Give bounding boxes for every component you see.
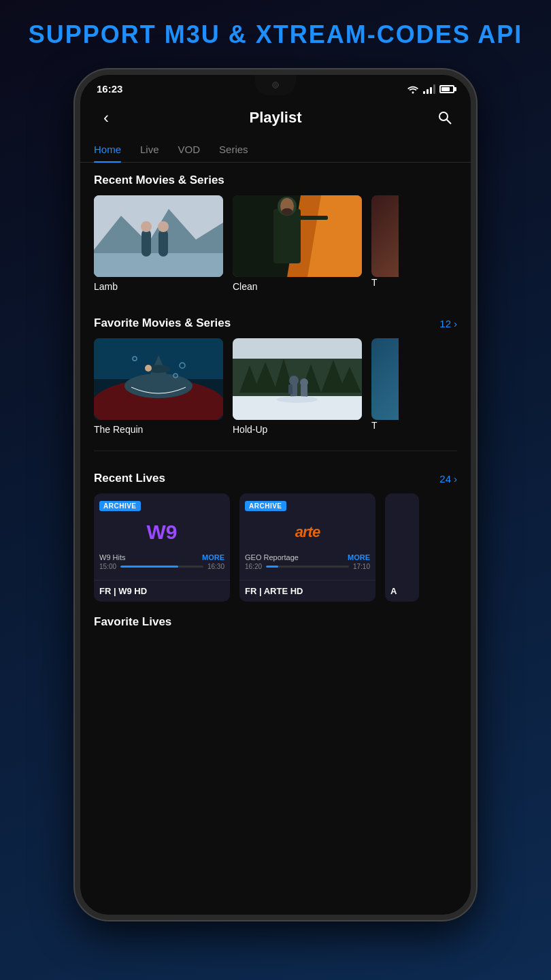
movie-card-partial2[interactable]: T xyxy=(371,338,399,435)
recent-lives-title: Recent Lives xyxy=(94,472,165,485)
movie-label-partial2: T xyxy=(371,420,399,431)
wifi-icon xyxy=(407,84,419,94)
app-header: ‹ Playlist xyxy=(80,100,471,138)
movie-card-clean[interactable]: Clean xyxy=(233,195,362,292)
w9-time-start: 15:00 xyxy=(99,563,116,570)
w9-logo: W9 xyxy=(147,521,178,544)
arte-logo: arte xyxy=(295,523,320,541)
tabs-row: Home Live VOD Series xyxy=(80,138,471,163)
arte-archive-badge: ARCHIVE xyxy=(245,501,286,511)
svg-point-0 xyxy=(439,112,448,120)
live-channels-row: ARCHIVE W9 W9 Hits MORE 15:00 xyxy=(94,493,457,604)
fav-count-number: 12 xyxy=(439,318,451,329)
battery-icon xyxy=(439,85,454,93)
movie-card-holdup[interactable]: Hold-Up xyxy=(233,338,362,435)
movie-label-lamb: Lamb xyxy=(94,281,223,292)
svg-point-39 xyxy=(300,378,308,387)
w9-logo-area: W9 xyxy=(99,515,224,549)
recent-movies-section: Recent Movies & Series xyxy=(80,163,471,295)
w9-more-label[interactable]: MORE xyxy=(202,553,224,561)
svg-rect-14 xyxy=(294,216,328,220)
arte-program-name: GEO Reportage xyxy=(245,553,299,561)
notch xyxy=(255,75,296,95)
svg-point-37 xyxy=(289,376,299,385)
fav-movies-row: The Requin xyxy=(94,338,457,438)
w9-channel-name: FR | W9 HD xyxy=(94,580,230,602)
movie-card-requin[interactable]: The Requin xyxy=(94,338,223,435)
movie-label-holdup: Hold-Up xyxy=(233,424,362,435)
w9-progress-bar xyxy=(120,566,203,568)
arte-progress-bar xyxy=(266,566,349,568)
fav-movies-title: Favorite Movies & Series xyxy=(94,316,231,330)
w9-program-name: W9 Hits xyxy=(99,553,126,561)
svg-rect-40 xyxy=(288,385,293,394)
lives-count-number: 24 xyxy=(439,473,451,485)
arte-time-end: 17:10 xyxy=(353,563,370,570)
arte-channel-name: FR | ARTE HD xyxy=(239,580,375,602)
svg-point-7 xyxy=(141,221,152,232)
w9-archive-badge: ARCHIVE xyxy=(99,501,141,511)
clean-thumbnail xyxy=(233,195,362,277)
favorite-lives-section: Favorite Lives xyxy=(80,604,471,629)
arte-more-label[interactable]: MORE xyxy=(348,553,370,561)
phone-screen: 16:23 xyxy=(80,75,471,915)
movie-label-clean: Clean xyxy=(233,281,362,292)
svg-rect-5 xyxy=(141,229,151,257)
svg-point-8 xyxy=(158,221,169,232)
svg-rect-6 xyxy=(158,229,168,257)
fav-lives-title: Favorite Lives xyxy=(94,615,171,629)
favorite-movies-section: Favorite Movies & Series 12 › xyxy=(80,306,471,438)
search-button[interactable] xyxy=(433,105,457,130)
banner-title: SUPPORT M3U & XTREAM-CODES API xyxy=(14,20,537,49)
w9-time-end: 16:30 xyxy=(207,563,224,570)
search-icon xyxy=(437,110,452,125)
tab-home[interactable]: Home xyxy=(94,138,121,162)
status-icons xyxy=(407,84,454,94)
lamb-thumbnail xyxy=(94,195,223,277)
movie-label-partial: T xyxy=(371,277,399,288)
back-button[interactable]: ‹ xyxy=(94,105,118,130)
movie-label-requin: The Requin xyxy=(94,424,223,435)
page-header: SUPPORT M3U & XTREAM-CODES API xyxy=(0,0,551,63)
recent-movies-row: Lamb xyxy=(94,195,457,295)
tab-live[interactable]: Live xyxy=(140,138,159,162)
svg-point-16 xyxy=(282,208,293,215)
holdup-thumbnail xyxy=(233,338,362,420)
fav-count-chevron: › xyxy=(454,318,457,329)
arte-logo-area: arte xyxy=(245,515,370,549)
signal-icon xyxy=(423,84,435,94)
lives-count-chevron: › xyxy=(454,473,457,485)
live-card-partial[interactable]: A xyxy=(385,493,419,602)
status-time: 16:23 xyxy=(97,83,122,95)
live-card-w9[interactable]: ARCHIVE W9 W9 Hits MORE 15:00 xyxy=(94,493,230,602)
recent-movies-title: Recent Movies & Series xyxy=(94,174,224,187)
phone-frame: 16:23 xyxy=(75,69,476,920)
svg-rect-4 xyxy=(94,253,223,277)
movie-card-partial[interactable]: T xyxy=(371,195,399,292)
tab-series[interactable]: Series xyxy=(219,138,248,162)
phone-wrapper: 16:23 xyxy=(75,69,476,920)
svg-line-1 xyxy=(446,120,451,125)
screen-content: Recent Movies & Series xyxy=(80,163,471,915)
arte-time-start: 16:20 xyxy=(245,563,262,570)
fav-movies-count[interactable]: 12 › xyxy=(439,318,457,329)
svg-point-41 xyxy=(277,396,318,403)
tab-vod[interactable]: VOD xyxy=(178,138,201,162)
requin-thumbnail xyxy=(94,338,223,420)
svg-point-26 xyxy=(145,365,152,372)
live-card-arte[interactable]: ARCHIVE arte GEO Reportage MORE 16:20 xyxy=(239,493,375,602)
recent-lives-section: Recent Lives 24 › ARCHIVE W9 xyxy=(80,461,471,604)
recent-lives-count[interactable]: 24 › xyxy=(439,473,457,485)
camera-dot xyxy=(272,82,279,88)
app-title: Playlist xyxy=(249,109,301,127)
movie-card-lamb[interactable]: Lamb xyxy=(94,195,223,292)
